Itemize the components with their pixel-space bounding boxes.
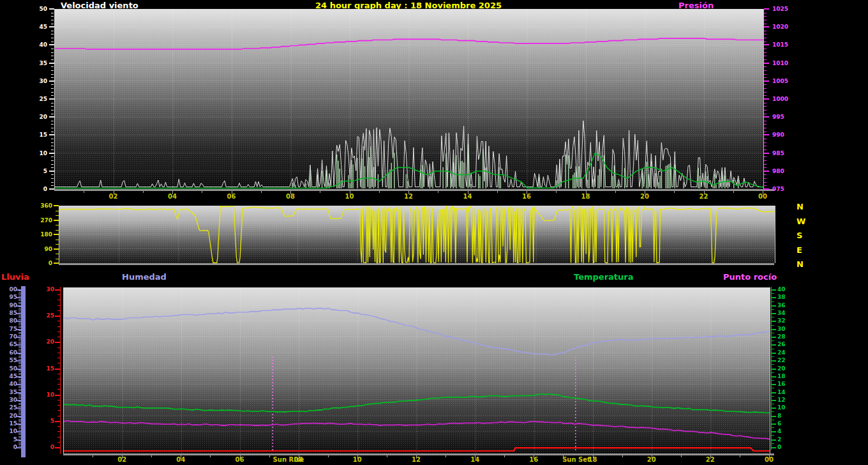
axis-tick — [357, 455, 358, 459]
axis-tick — [772, 297, 776, 298]
axis-tick — [534, 455, 534, 459]
rain-title: Lluvia — [1, 272, 29, 282]
axis-tick — [19, 310, 21, 310]
tick-label: 16 — [777, 381, 786, 387]
axis-tick — [55, 369, 60, 370]
axis-tick — [764, 66, 767, 67]
axis-tick — [772, 321, 776, 322]
axis-tick — [57, 353, 60, 353]
axis-tick — [772, 360, 776, 362]
tick-label: 995 — [772, 114, 784, 120]
tick-label: 10 — [32, 150, 47, 156]
axis-tick — [19, 446, 21, 446]
axis-tick — [51, 103, 54, 103]
axis-tick — [764, 134, 769, 135]
axis-tick — [51, 42, 54, 42]
axis-tick — [57, 358, 60, 358]
axis-tick — [57, 426, 60, 427]
axis-tick — [772, 301, 774, 302]
axis-tick — [772, 443, 774, 444]
axis-tick — [57, 310, 60, 311]
axis-tick — [51, 160, 54, 161]
axis-tick — [49, 116, 54, 118]
axis-tick — [17, 305, 21, 307]
axis-tick — [320, 191, 320, 193]
weather-24h-graph-window: Velocidad viento 24 hour graph day : 18 … — [0, 0, 868, 465]
tick-label: 14 — [777, 389, 786, 395]
tick-label: 980 — [772, 168, 784, 174]
axis-tick — [49, 153, 54, 154]
axis-tick — [181, 455, 181, 459]
axis-tick — [49, 134, 54, 135]
axis-tick — [19, 383, 21, 383]
axis-tick — [19, 359, 21, 360]
axis-tick — [764, 139, 767, 139]
axis-tick — [19, 413, 21, 413]
axis-tick — [772, 313, 776, 314]
tick-label: 30 — [42, 286, 54, 293]
axis-tick — [57, 294, 60, 295]
axis-tick — [772, 317, 774, 317]
axis-tick — [764, 188, 769, 190]
axis-tick — [19, 420, 21, 421]
axis-tick — [17, 439, 21, 441]
axis-tick — [764, 13, 767, 13]
axis-tick — [51, 74, 54, 75]
tick-label: 25 — [32, 96, 47, 102]
axis-tick — [328, 455, 329, 457]
axis-tick — [17, 344, 21, 346]
axis-tick — [764, 182, 767, 183]
tick-label: S — [797, 231, 802, 240]
axis-tick — [764, 167, 767, 168]
tick-label: 10 — [42, 392, 54, 398]
axis-tick — [772, 325, 774, 326]
axis-tick — [151, 455, 152, 457]
tick-label: 985 — [772, 150, 784, 156]
axis-tick — [19, 365, 21, 366]
axis-tick — [17, 416, 21, 417]
axis-tick — [772, 423, 776, 425]
axis-tick — [49, 80, 54, 82]
axis-tick — [764, 31, 767, 31]
temperature-title: Temperatura — [574, 272, 633, 282]
axis-tick — [261, 191, 262, 193]
axis-tick — [769, 455, 770, 459]
axis-tick — [56, 215, 59, 216]
axis-tick — [143, 191, 144, 193]
axis-tick — [387, 455, 387, 457]
tick-label: 1015 — [772, 42, 788, 48]
axis-tick — [202, 191, 202, 193]
axis-tick — [17, 297, 21, 298]
axis-tick — [527, 191, 527, 194]
axis-tick — [57, 326, 60, 327]
tick-label: W — [797, 217, 805, 226]
wind-plot-x-axis — [54, 189, 774, 191]
axis-tick — [19, 387, 21, 388]
axis-tick — [556, 191, 557, 193]
axis-tick — [57, 384, 60, 385]
axis-tick — [19, 427, 21, 427]
tick-label: 6 — [777, 420, 781, 427]
axis-tick — [19, 315, 21, 316]
axis-tick — [57, 305, 60, 306]
axis-tick — [764, 88, 767, 89]
axis-tick — [57, 337, 60, 337]
axis-tick — [19, 367, 21, 367]
axis-tick — [60, 287, 61, 454]
tick-label: 1020 — [772, 24, 788, 30]
axis-tick — [19, 362, 21, 363]
axis-tick — [51, 84, 54, 85]
axis-tick — [764, 128, 767, 128]
axis-tick — [19, 312, 21, 312]
axis-tick — [51, 106, 54, 107]
tick-label: 32 — [777, 317, 786, 324]
axis-tick — [19, 433, 21, 434]
axis-tick — [19, 335, 21, 336]
axis-tick — [772, 380, 774, 381]
axis-tick — [19, 393, 21, 394]
axis-tick — [51, 52, 54, 53]
tick-label: 34 — [777, 310, 786, 316]
axis-tick — [764, 114, 767, 114]
axis-tick — [764, 185, 767, 186]
axis-tick — [764, 8, 769, 10]
